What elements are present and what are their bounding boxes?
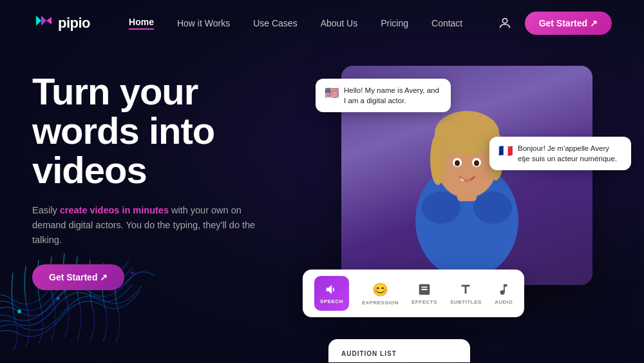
nav-get-started-button[interactable]: Get Started ↗ [525, 12, 612, 35]
ctrl-expression[interactable]: 😊 EXPRESSION [362, 282, 399, 306]
svg-marker-5 [41, 15, 46, 26]
logo-icon [32, 13, 53, 34]
nav-use-cases[interactable]: Use Cases [253, 18, 297, 28]
svg-point-22 [474, 161, 479, 166]
audition-card: AUDITION LIST [328, 339, 470, 362]
flag-us: 🇺🇸 [325, 86, 339, 100]
nav-about-us[interactable]: About Us [321, 18, 358, 28]
hero-right: 🇺🇸 Hello! My name is Avery, and I am a d… [328, 66, 612, 324]
hero-desc-prefix: Easily [32, 205, 60, 215]
ctrl-audio[interactable]: AUDIO [495, 282, 513, 305]
svg-point-26 [473, 191, 512, 224]
svg-point-25 [422, 191, 460, 224]
ctrl-audio-label: AUDIO [495, 299, 513, 305]
audition-label: AUDITION LIST [341, 350, 397, 357]
audio-icon [497, 282, 511, 297]
ctrl-subtitles-label: SUBTITLES [450, 299, 482, 305]
ctrl-speech-label: SPEECH [320, 299, 343, 304]
speech-icon [325, 282, 339, 297]
nav-how-it-works[interactable]: How it Works [177, 18, 230, 28]
svg-point-6 [502, 19, 507, 23]
bubble-fr-text: Bonjour! Je m'appelle Avery etje suis un… [518, 143, 622, 164]
hero-title: Turn your words into videos [32, 72, 303, 190]
speech-bubble-english: 🇺🇸 Hello! My name is Avery, and I am a d… [316, 79, 451, 112]
nav-pricing[interactable]: Pricing [381, 18, 408, 28]
ctrl-effects-label: EFFECTS [412, 299, 437, 305]
hero-section: Turn your words into videos Easily creat… [0, 46, 644, 324]
expression-icon: 😊 [372, 282, 388, 297]
ctrl-subtitles[interactable]: SUBTITLES [450, 282, 482, 305]
user-icon[interactable] [498, 16, 512, 30]
svg-point-21 [455, 161, 460, 166]
nav-contact[interactable]: Contact [431, 18, 462, 28]
bubble-en-text: Hello! My name is Avery, and I am a digi… [344, 85, 442, 106]
controls-bar: SPEECH 😊 EXPRESSION EFFECTS SUBTITLES [303, 270, 524, 317]
hero-desc-highlight: create videos in minutes [60, 205, 169, 215]
logo[interactable]: pipio [32, 13, 90, 34]
speech-bubble-french: 🇫🇷 Bonjour! Je m'appelle Avery etje suis… [489, 137, 631, 170]
effects-icon [417, 282, 431, 297]
logo-text: pipio [58, 15, 90, 32]
svg-marker-4 [36, 15, 41, 26]
svg-point-17 [430, 133, 446, 185]
ctrl-speech[interactable]: SPEECH [314, 276, 349, 311]
nav-links: Home How it Works Use Cases About Us Pri… [129, 17, 472, 30]
hero-left: Turn your words into videos Easily creat… [32, 66, 303, 290]
nav-home[interactable]: Home [129, 17, 154, 30]
hero-description: Easily create videos in minutes with you… [32, 203, 264, 248]
navbar: pipio Home How it Works Use Cases About … [0, 0, 644, 46]
svg-point-23 [433, 162, 439, 169]
ctrl-expression-label: EXPRESSION [362, 300, 399, 306]
flag-fr: 🇫🇷 [498, 144, 513, 158]
ctrl-effects[interactable]: EFFECTS [412, 282, 437, 305]
hero-get-started-button[interactable]: Get Started ↗ [32, 264, 124, 290]
nav-right: Get Started ↗ [498, 12, 612, 35]
subtitles-icon [459, 282, 473, 297]
